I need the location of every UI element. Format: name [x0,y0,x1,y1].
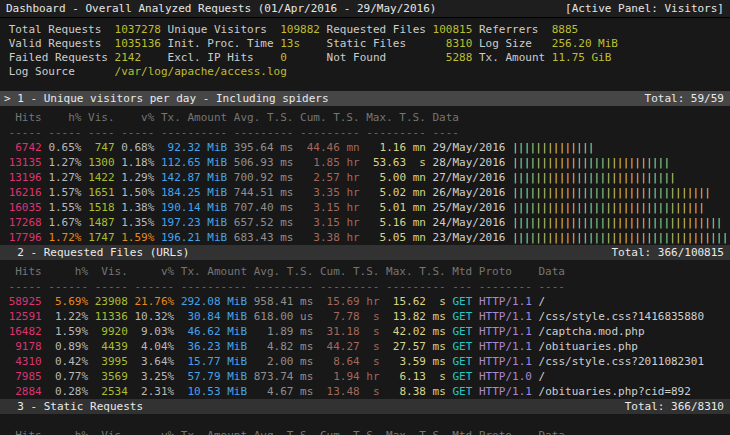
cell-hits-percent: 1.57% [48,186,81,199]
cell-tx-amount: 15.77 MiB [181,355,247,368]
cell-hits-percent: 0.42% [48,355,88,368]
request-row[interactable]: 2884 0.28% 2534 2.31% 10.53 MiB 4.67 ms … [0,384,730,399]
cell-protocol: HTTP/1.1 [479,340,532,353]
panel-header-3[interactable]: 3 - Static RequestsTotal: 366/8310 [0,399,730,414]
request-row[interactable]: 4310 0.42% 3995 3.64% 15.77 MiB 2.00 ms … [0,354,730,369]
cell-method: GET [452,295,472,308]
cell-avg-time: 707.40 ms [234,201,294,214]
hits-bar: ||||||||||||||||||||||||||||||||| [512,201,704,214]
cell-hits: 17796 [9,231,42,244]
panel-1: > 1 - Unique visitors per day - Includin… [0,91,730,245]
cell-hits: 58925 [9,295,42,308]
summary-value: 8310 [446,37,473,50]
cell-method: GET [452,310,472,323]
visitor-row[interactable]: 17268 1.67% 1487 1.35% 197.23 MiB 657.52… [0,215,730,230]
visitor-row[interactable]: 6742 0.65% 747 0.68% 92.32 MiB 395.64 ms… [0,140,730,155]
visitor-row[interactable]: 16035 1.55% 1518 1.38% 190.14 MiB 707.40… [0,200,730,215]
cell-hits: 2884 [9,385,42,398]
cell-hits: 9178 [9,340,42,353]
summary-value: 5288 [446,51,473,64]
request-row[interactable]: 12591 1.22% 11336 10.32% 30.84 MiB 618.0… [0,309,730,324]
cell-cum-time: 3.15 hr [300,201,360,214]
request-row[interactable]: 58925 5.69% 23908 21.76% 292.08 MiB 958.… [0,294,730,309]
cell-tx-amount: 142.87 MiB [161,171,227,184]
hits-bar: |||||||||||||||||||||||||||| [512,171,675,184]
cell-avg-time: 1.89 ms [254,325,314,338]
cell-hits: 7985 [9,370,42,383]
panel-title: 2 - Requested Files (URLs) [17,246,189,259]
cell-visitors: 4439 [95,340,128,353]
cell-max-time: 53.63 s [366,156,426,169]
cell-max-time: 5.01 mn [366,201,426,214]
request-row[interactable]: 9178 0.89% 4439 4.04% 36.23 MiB 4.82 ms … [0,339,730,354]
column-headers: Hits h% Vis. v% Tx. Amount Avg. T.S. Cum… [0,264,730,279]
cell-data: 23/May/2016 [433,231,506,244]
summary-value: 1037278 [115,23,161,36]
cell-hits: 13135 [9,156,42,169]
cell-visitors-percent: 1.59% [121,231,154,244]
summary-line: Total Requests 1037278 Unique Visitors 1… [0,23,730,37]
cell-hits-percent: 1.59% [48,325,88,338]
cell-visitors-percent: 1.35% [121,216,154,229]
summary-label: Init. Proc. Time [168,37,274,50]
summary-value: /var/log/apache/access.log [115,65,287,78]
cell-tx-amount: 112.65 MiB [161,156,227,169]
cell-protocol: HTTP/1.1 [479,385,532,398]
cell-hits: 6742 [9,141,42,154]
cell-avg-time: 618.00 us [254,310,314,323]
cell-tx-amount: 184.25 MiB [161,186,227,199]
summary-label: Failed Requests [9,51,108,64]
panel-header-1[interactable]: > 1 - Unique visitors per day - Includin… [0,91,730,106]
summary-label: Not Found [327,51,387,64]
cell-url: /obituaries.php?cid=892 [539,385,691,398]
hits-bar: |||||||||||||||||||||||||||||||||| [512,186,710,199]
request-row[interactable]: 16482 1.59% 9920 9.03% 46.62 MiB 1.89 ms… [0,324,730,339]
header-separator: ----- ------ ----- ------ ---------- ---… [0,279,730,294]
cell-visitors-percent: 1.38% [121,201,154,214]
summary-label: Requested Files [327,23,426,36]
summary-value: 8885 [552,23,579,36]
goaccess-dashboard: Dashboard - Overall Analyzed Requests (0… [0,0,730,435]
cell-visitors: 747 [88,141,115,154]
cell-visitors: 23908 [95,295,128,308]
visitor-row[interactable]: 13135 1.27% 1300 1.18% 112.65 MiB 506.93… [0,155,730,170]
summary-value: 1035136 [115,37,161,50]
summary-value: 256.20 MiB [552,37,618,50]
cell-cum-time: 3.35 hr [300,186,360,199]
cell-cum-time: 7.78 s [320,310,380,323]
panel-title: 1 - Unique visitors per day - Including … [17,92,328,105]
page-title: Dashboard - Overall Analyzed Requests (0… [6,0,436,17]
cell-hits-percent: 1.27% [48,171,81,184]
panel-2: 2 - Requested Files (URLs)Total: 366/100… [0,245,730,399]
cell-cum-time: 1.94 hr [320,370,380,383]
cell-avg-time: 4.67 ms [254,385,314,398]
cell-cum-time: 44.46 mn [300,141,360,154]
summary-value: 109882 [280,23,320,36]
summary-label: Valid Requests [9,37,102,50]
cell-cum-time: 44.27 s [320,340,380,353]
summary-label: Tx. Amount [479,51,545,64]
cell-visitors-percent: 1.50% [121,186,154,199]
summary-label: Referrers [479,23,539,36]
header-separator: ----- ----- ---- ----- ---------- ------… [0,125,730,140]
cell-max-time: 15.62 s [386,295,446,308]
cell-method: GET [452,370,472,383]
visitor-row[interactable]: 16216 1.57% 1651 1.50% 184.25 MiB 744.51… [0,185,730,200]
cell-avg-time: 4.82 ms [254,340,314,353]
cell-url: /css/style.css?2011082301 [539,355,705,368]
cell-tx-amount: 30.84 MiB [181,310,247,323]
panel-header-2[interactable]: 2 - Requested Files (URLs)Total: 366/100… [0,245,730,260]
visitor-row[interactable]: 13196 1.27% 1422 1.29% 142.87 MiB 700.92… [0,170,730,185]
request-row[interactable]: 7985 0.77% 3569 3.25% 57.79 MiB 873.74 m… [0,369,730,384]
cell-protocol: HTTP/1.1 [479,310,532,323]
visitor-row[interactable]: 17796 1.72% 1747 1.59% 196.21 MiB 683.43… [0,230,730,245]
cell-cum-time: 3.38 hr [300,231,360,244]
cell-hits: 4310 [9,355,42,368]
cell-cum-time: 2.57 hr [300,171,360,184]
cell-tx-amount: 10.53 MiB [181,385,247,398]
panel-total: Total: 59/59 [645,91,724,106]
cell-protocol: HTTP/1.1 [479,295,532,308]
cell-tx-amount: 197.23 MiB [161,216,227,229]
cell-url: /captcha.mod.php [539,325,645,338]
cell-hits: 13196 [9,171,42,184]
